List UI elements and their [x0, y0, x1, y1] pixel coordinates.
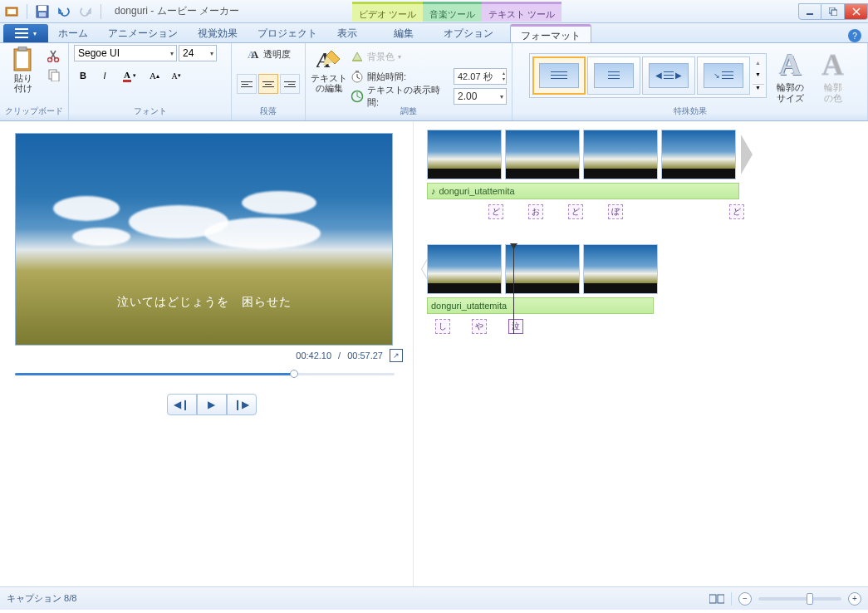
- view-switcher-icon[interactable]: [709, 593, 724, 605]
- video-preview[interactable]: 泣いてはどじょうを 困らせた: [15, 133, 393, 346]
- svg-rect-13: [18, 47, 27, 51]
- contextual-tab-text[interactable]: テキスト ツール: [482, 2, 562, 22]
- group-paragraph: AA 透明度 段落: [232, 43, 306, 120]
- group-adjust: A テキスト の編集 背景色 ▾ 開始時間: 42.07 秒 テキストの表示時間…: [306, 43, 512, 120]
- tab-edit[interactable]: 編集: [384, 24, 424, 42]
- effect-1[interactable]: [532, 56, 586, 95]
- svg-rect-26: [718, 595, 724, 603]
- paste-button[interactable]: 貼り 付け: [5, 45, 42, 95]
- edit-text-button[interactable]: A テキスト の編集: [311, 45, 347, 95]
- contextual-tab-audio[interactable]: 音楽ツール: [423, 2, 482, 22]
- text-marker-active[interactable]: 泣: [508, 319, 523, 334]
- align-left-button[interactable]: [237, 74, 257, 94]
- shrink-font-button[interactable]: A▾: [167, 66, 185, 85]
- tab-animation[interactable]: アニメーション: [98, 24, 188, 42]
- text-marker[interactable]: し: [435, 319, 450, 334]
- effect-3[interactable]: ◀▶: [642, 56, 695, 95]
- group-clipboard: 貼り 付け クリップボード: [0, 43, 69, 120]
- group-font: Segoe UI 24 B I A▾ A▴ A▾ フォント: [69, 43, 232, 120]
- ribbon-tabstrip: ホーム アニメーション 視覚効果 プロジェクト 表示 編集 オプション フォーマ…: [0, 23, 868, 43]
- svg-rect-10: [15, 37, 28, 38]
- outline-size-button[interactable]: A 輪郭の サイズ: [770, 46, 812, 104]
- grow-font-button[interactable]: A▴: [145, 66, 164, 85]
- svg-rect-25: [709, 595, 716, 603]
- text-marker[interactable]: ど: [488, 204, 503, 219]
- video-track-2[interactable]: [427, 244, 739, 294]
- timeline-pane: ♪donguri_utattemita ど お ど ぼ ど donguri_ut…: [414, 121, 868, 586]
- start-time-input[interactable]: 42.07 秒: [454, 68, 507, 85]
- audio-track-1[interactable]: ♪donguri_utattemita: [427, 183, 739, 199]
- file-menu[interactable]: [3, 24, 48, 42]
- text-markers-2: し や 泣: [427, 319, 855, 334]
- display-time-input[interactable]: 2.00: [454, 88, 507, 105]
- time-total: 00:57.27: [347, 351, 383, 360]
- align-right-button[interactable]: [280, 74, 300, 94]
- redo-icon[interactable]: [79, 5, 92, 18]
- audio-track-2[interactable]: donguri_utattemita: [427, 297, 654, 314]
- svg-point-15: [55, 58, 59, 62]
- help-icon[interactable]: ?: [848, 29, 861, 42]
- workspace: 泣いてはどじょうを 困らせた 00:42.10/00:57.27 ↗ ◀❙ ▶ …: [0, 121, 868, 586]
- close-button[interactable]: [845, 3, 868, 20]
- cut-button[interactable]: [45, 47, 63, 64]
- fullscreen-icon[interactable]: ↗: [390, 349, 403, 362]
- tab-visual[interactable]: 視覚効果: [188, 24, 248, 42]
- align-center-button[interactable]: [258, 74, 278, 94]
- text-marker[interactable]: ぼ: [608, 204, 623, 219]
- svg-rect-17: [51, 72, 59, 81]
- seek-bar[interactable]: [15, 370, 395, 379]
- effect-4[interactable]: ↘: [697, 56, 750, 95]
- font-name-combo[interactable]: Segoe UI: [74, 45, 177, 61]
- tab-project[interactable]: プロジェクト: [248, 24, 327, 42]
- zoom-in-button[interactable]: +: [848, 592, 861, 606]
- music-note-icon: ♪: [431, 186, 436, 196]
- text-marker[interactable]: ど: [729, 204, 744, 219]
- tab-option[interactable]: オプション: [434, 24, 503, 42]
- transparency-icon: AA: [247, 47, 260, 61]
- svg-rect-21: [352, 60, 362, 61]
- playhead[interactable]: [513, 244, 514, 334]
- svg-rect-4: [39, 12, 46, 17]
- tab-home[interactable]: ホーム: [48, 24, 98, 42]
- font-color-button[interactable]: A▾: [117, 66, 142, 85]
- app-icon: [5, 5, 18, 18]
- text-markers-1: ど お ど ぼ ど: [427, 204, 855, 219]
- text-marker[interactable]: ど: [568, 204, 583, 219]
- clipboard-icon: [10, 47, 37, 73]
- svg-rect-1: [7, 9, 16, 14]
- effects-scroll-up[interactable]: ▲: [753, 60, 764, 66]
- svg-rect-5: [807, 13, 813, 15]
- svg-rect-8: [15, 28, 28, 30]
- undo-icon[interactable]: [57, 5, 71, 18]
- maximize-button[interactable]: [821, 3, 845, 20]
- save-icon[interactable]: [36, 5, 49, 18]
- svg-rect-7: [831, 10, 837, 16]
- status-caption: キャプション 8/8: [7, 592, 76, 605]
- copy-button[interactable]: [45, 66, 63, 83]
- outline-color-button: A 輪郭 の色: [815, 46, 851, 104]
- clock-icon: [351, 70, 364, 83]
- next-frame-button[interactable]: ❙▶: [227, 394, 257, 415]
- italic-button[interactable]: I: [96, 66, 114, 85]
- bgcolor-icon: [351, 50, 364, 63]
- contextual-tab-video[interactable]: ビデオ ツール: [352, 2, 423, 22]
- effect-2[interactable]: [587, 56, 640, 95]
- ribbon: 貼り 付け クリップボード Segoe UI 24 B I: [0, 43, 868, 121]
- prev-frame-button[interactable]: ◀❙: [167, 394, 197, 415]
- effects-scroll-down[interactable]: ▼: [753, 71, 764, 77]
- font-size-combo[interactable]: 24: [179, 45, 217, 61]
- tab-format[interactable]: フォーマット: [510, 24, 591, 42]
- text-marker[interactable]: や: [472, 319, 487, 334]
- text-marker[interactable]: お: [528, 204, 543, 219]
- transparency-button[interactable]: 透明度: [263, 48, 291, 61]
- zoom-slider[interactable]: [758, 597, 841, 601]
- video-track-1[interactable]: [427, 130, 739, 179]
- tab-view[interactable]: 表示: [327, 24, 367, 42]
- window-title: donguri - ムービー メーカー: [115, 4, 239, 18]
- minimize-button[interactable]: [798, 3, 821, 20]
- zoom-out-button[interactable]: −: [738, 592, 752, 606]
- svg-rect-12: [17, 51, 28, 68]
- play-button[interactable]: ▶: [197, 394, 227, 415]
- bold-button[interactable]: B: [74, 66, 92, 85]
- effects-expand[interactable]: ▼: [753, 84, 764, 91]
